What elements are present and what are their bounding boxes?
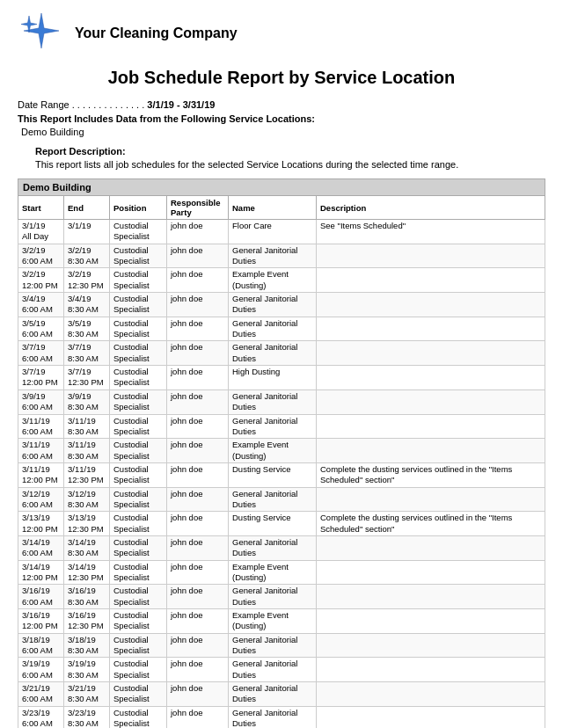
date-range-value: 3/1/19 - 3/31/19 [147, 99, 215, 110]
table-row: 3/7/196:00 AM3/7/198:30 AMCustodialSpeci… [18, 341, 545, 366]
cell-end: 3/14/198:30 AM [64, 535, 110, 560]
cell-responsible: john doe [167, 706, 229, 728]
cell-responsible: john doe [167, 317, 229, 341]
cell-description: Complete the dusting services outlined i… [317, 512, 545, 536]
table-row: 3/5/196:00 AM3/5/198:30 AMCustodialSpeci… [18, 317, 545, 341]
cell-start: 3/9/196:00 AM [18, 389, 64, 414]
cell-end: 3/5/198:30 AM [64, 317, 110, 341]
cell-responsible: john doe [167, 439, 229, 463]
table-row: 3/21/196:00 AM3/21/198:30 AMCustodialSpe… [18, 682, 545, 707]
cell-name: Example Event (Dusting) [229, 609, 317, 634]
cell-responsible: john doe [167, 462, 229, 487]
cell-start: 3/11/1912:00 PM [18, 462, 64, 487]
cell-position: CustodialSpecialist [110, 366, 167, 390]
cell-end: 3/9/198:30 AM [64, 389, 110, 414]
cell-responsible: john doe [167, 366, 229, 390]
table-row: 3/14/1912:00 PM3/14/1912:30 PMCustodialS… [18, 560, 545, 585]
cell-start: 3/16/1912:00 PM [18, 609, 64, 634]
schedule-table: Start End Position Responsible Party Nam… [18, 195, 545, 728]
cell-position: CustodialSpecialist [110, 293, 167, 317]
table-row: 3/23/196:00 AM3/23/198:30 AMCustodialSpe… [18, 706, 545, 728]
cell-description [317, 389, 545, 414]
cell-description [317, 682, 545, 707]
table-row: 3/2/1912:00 PM3/2/1912:30 PMCustodialSpe… [18, 268, 545, 293]
cell-description [317, 268, 545, 293]
cell-name: General Janitorial Duties [229, 317, 317, 341]
cell-start: 3/1/19All Day [18, 220, 64, 244]
cell-name: General Janitorial Duties [229, 633, 317, 658]
table-row: 3/4/196:00 AM3/4/198:30 AMCustodialSpeci… [18, 293, 545, 317]
cell-start: 3/16/196:00 AM [18, 585, 64, 609]
cell-description [317, 535, 545, 560]
cell-description [317, 317, 545, 341]
cell-description [317, 414, 545, 439]
cell-start: 3/12/196:00 AM [18, 487, 64, 512]
cell-start: 3/18/196:00 AM [18, 633, 64, 658]
cell-end: 3/13/1912:30 PM [64, 512, 110, 536]
table-row: 3/11/196:00 AM3/11/198:30 AMCustodialSpe… [18, 414, 545, 439]
cell-start: 3/11/196:00 AM [18, 414, 64, 439]
cell-position: CustodialSpecialist [110, 317, 167, 341]
cell-position: CustodialSpecialist [110, 268, 167, 293]
cell-responsible: john doe [167, 268, 229, 293]
table-section: Demo Building Start End Position Respons… [18, 178, 545, 728]
report-desc-text: This report lists all job schedules for … [35, 159, 545, 170]
cell-name: Dusting Service [229, 462, 317, 487]
company-name: Your Cleaning Company [75, 25, 238, 41]
report-page: Your Cleaning Company Job Schedule Repor… [0, 0, 563, 728]
cell-name: General Janitorial Duties [229, 341, 317, 366]
table-row: 3/13/1912:00 PM3/13/1912:30 PMCustodialS… [18, 512, 545, 536]
cell-name: General Janitorial Duties [229, 389, 317, 414]
includes-label: This Report Includes Data from the Follo… [18, 113, 545, 124]
page-header: Your Cleaning Company [18, 9, 545, 57]
cell-responsible: john doe [167, 389, 229, 414]
table-row: 3/2/196:00 AM3/2/198:30 AMCustodialSpeci… [18, 244, 545, 268]
date-range-label: Date Range . . . . . . . . . . . . . . [18, 99, 144, 110]
table-row: 3/11/1912:00 PM3/11/1912:30 PMCustodialS… [18, 462, 545, 487]
cell-name: Example Event (Dusting) [229, 439, 317, 463]
cell-name: Example Event (Dusting) [229, 268, 317, 293]
table-row: 3/7/1912:00 PM3/7/1912:30 PMCustodialSpe… [18, 366, 545, 390]
cell-end: 3/11/1912:30 PM [64, 462, 110, 487]
report-title: Job Schedule Report by Service Location [18, 66, 545, 89]
cell-position: CustodialSpecialist [110, 220, 167, 244]
table-row: 3/12/196:00 AM3/12/198:30 AMCustodialSpe… [18, 487, 545, 512]
col-header-position: Position [110, 196, 167, 220]
cell-start: 3/14/196:00 AM [18, 535, 64, 560]
cell-end: 3/16/198:30 AM [64, 585, 110, 609]
cell-position: CustodialSpecialist [110, 633, 167, 658]
table-row: 3/16/196:00 AM3/16/198:30 AMCustodialSpe… [18, 585, 545, 609]
cell-responsible: john doe [167, 633, 229, 658]
cell-start: 3/19/196:00 AM [18, 658, 64, 682]
col-header-responsible: Responsible Party [167, 196, 229, 220]
cell-responsible: john doe [167, 609, 229, 634]
cell-end: 3/2/198:30 AM [64, 244, 110, 268]
company-logo [18, 9, 66, 57]
cell-end: 3/16/1912:30 PM [64, 609, 110, 634]
cell-start: 3/2/196:00 AM [18, 244, 64, 268]
cell-description [317, 244, 545, 268]
cell-position: CustodialSpecialist [110, 414, 167, 439]
cell-description [317, 293, 545, 317]
cell-end: 3/18/198:30 AM [64, 633, 110, 658]
cell-name: General Janitorial Duties [229, 585, 317, 609]
col-header-end: End [64, 196, 110, 220]
cell-responsible: john doe [167, 487, 229, 512]
cell-end: 3/7/1912:30 PM [64, 366, 110, 390]
table-row: 3/9/196:00 AM3/9/198:30 AMCustodialSpeci… [18, 389, 545, 414]
cell-position: CustodialSpecialist [110, 560, 167, 585]
cell-name: General Janitorial Duties [229, 244, 317, 268]
cell-position: CustodialSpecialist [110, 682, 167, 707]
cell-name: General Janitorial Duties [229, 658, 317, 682]
cell-start: 3/7/1912:00 PM [18, 366, 64, 390]
cell-responsible: john doe [167, 658, 229, 682]
cell-end: 3/21/198:30 AM [64, 682, 110, 707]
cell-end: 3/12/198:30 AM [64, 487, 110, 512]
cell-name: Floor Care [229, 220, 317, 244]
cell-responsible: john doe [167, 560, 229, 585]
cell-description [317, 487, 545, 512]
cell-end: 3/1/19 [64, 220, 110, 244]
cell-description [317, 658, 545, 682]
table-row: 3/19/196:00 AM3/19/198:30 AMCustodialSpe… [18, 658, 545, 682]
col-header-name: Name [229, 196, 317, 220]
